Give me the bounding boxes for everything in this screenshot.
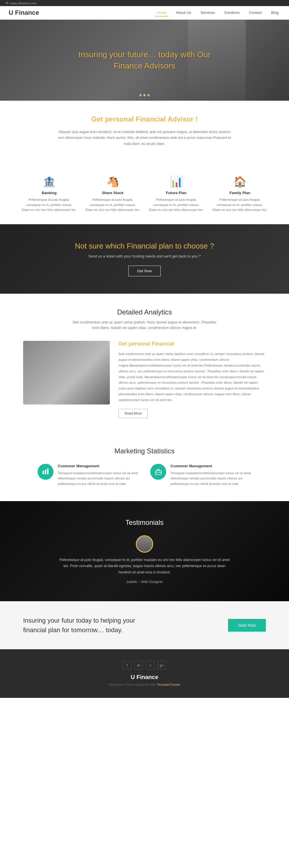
cta-bottom-heading: Insuring your futur today to helping you… xyxy=(23,616,145,635)
feature-futureplan-body: Pellentesque at justo feugiat, consequat… xyxy=(149,197,204,213)
feature-familyplan: 🏠 Family Plan Pellentesque at justo feug… xyxy=(208,176,272,213)
marketing-item-2-text: Customer Management Tornsquet mastaiaorn… xyxy=(171,464,251,487)
feature-futureplan-title: Future Plan xyxy=(149,191,204,195)
start-now-button[interactable]: Start Now xyxy=(228,619,266,631)
feature-banking-title: Banking xyxy=(22,191,77,195)
logo-name: Finance xyxy=(13,9,39,16)
feature-familyplan-title: Family Plan xyxy=(212,191,267,195)
cta-banner-section: Not sure which Financial plan to choose … xyxy=(0,224,289,294)
footer-copy-link[interactable]: TemplateToaster xyxy=(157,683,180,686)
footer-copy-designed: Designed With xyxy=(136,683,157,686)
nav-home[interactable]: Home xyxy=(155,9,169,17)
analytics-image xyxy=(23,341,110,404)
hero-dot-3[interactable] xyxy=(147,94,150,96)
analytics-subtitle: Sed condimentum ante ac quam varius pret… xyxy=(72,320,217,331)
marketing-item-2-body: Tornsquet mastaiaorncrefelulamcorper luc… xyxy=(171,470,251,487)
feature-sharestock: 🐴 Share Stock Pellentesque at justo feug… xyxy=(81,176,145,213)
testimonial-author-role: – Web Designer xyxy=(138,580,163,584)
footer-logo-name: Finance xyxy=(135,674,158,680)
analytics-image-overlay xyxy=(23,341,110,404)
cta-bottom-text: Insuring your futur today to helping you… xyxy=(23,616,145,635)
nav-blog[interactable]: Blog xyxy=(269,9,280,17)
advisor-heading-end: Advisor ! xyxy=(168,115,198,123)
cta-bottom-section: Insuring your futur today to helping you… xyxy=(0,601,289,649)
features-section: 🏦 Banking Pellentesque at justo feugiat,… xyxy=(0,170,289,224)
feature-banking: 🏦 Banking Pellentesque at justo feugiat,… xyxy=(17,176,81,213)
marketing-item-1-title: Customer Management xyxy=(58,464,139,468)
feature-familyplan-body: Pellentesque at justo feugiat, consequat… xyxy=(212,197,267,213)
advisor-heading-highlight: Financial xyxy=(136,115,166,123)
marketing-item-1: Customer Management Tornsquet mastaiaorn… xyxy=(38,464,139,487)
analytics-content-heading: Get personal Financial xyxy=(118,341,266,347)
hero-dot-1[interactable] xyxy=(139,94,142,96)
cta-banner-heading: Not sure which Financial plan to choose … xyxy=(11,242,278,251)
advisor-heading: Get personal Financial Advisor ! xyxy=(23,115,266,123)
social-linkedin[interactable]: in xyxy=(134,661,143,670)
footer-logo-u: U xyxy=(131,674,135,680)
briefcase-icon xyxy=(150,464,166,480)
cta-banner-heading-highlight: Financial xyxy=(127,242,157,250)
analytics-content-body: Sed condimentum ante ac quam varius dapi… xyxy=(118,351,266,403)
nav-services[interactable]: Services xyxy=(199,9,217,17)
analytics-content-heading-plain: Get personal xyxy=(118,341,152,347)
advisor-section: Get personal Financial Advisor ! Aliquam… xyxy=(0,101,289,170)
header: U Finance Home About Us Services Solutio… xyxy=(0,6,289,20)
testimonials-section: Testimonials Pellentesque at justo feugi… xyxy=(0,501,289,601)
top-bar: ✉ www.ufinance.com xyxy=(0,0,289,6)
analytics-text-block: Get personal Financial Sed condimentum a… xyxy=(118,341,266,418)
marketing-item-1-text: Customer Management Tornsquet mastaiaorn… xyxy=(58,464,139,487)
footer-copyright: Wordpress Theme Designed With TemplateTo… xyxy=(23,683,266,686)
email-icon: ✉ xyxy=(6,1,8,5)
marketing-item-1-body: Tornsquet mastaiaorncrefelulamcorper luc… xyxy=(58,470,139,487)
cta-banner-subtext: Send us a ticket with your hosting needs… xyxy=(11,254,278,258)
footer-logo: U Finance xyxy=(23,674,266,681)
hero-dot-2[interactable] xyxy=(143,94,146,96)
hero-content: Insuring your future… today with Our Fin… xyxy=(78,49,211,71)
get-now-button[interactable]: Get Now xyxy=(128,266,161,276)
svg-rect-2 xyxy=(47,468,48,474)
sharestock-icon: 🐴 xyxy=(85,176,140,188)
social-twitter[interactable]: t xyxy=(146,661,155,670)
testimonial-body: Pellentesque at justo feugiat, consequat… xyxy=(58,557,231,576)
analytics-section: Detailed Analytics Sed condimentum ante … xyxy=(0,294,289,433)
svg-rect-1 xyxy=(45,470,46,474)
testimonials-title: Testimonials xyxy=(23,519,266,527)
cta-banner-heading-plain: Not sure which xyxy=(75,242,127,250)
social-googleplus[interactable]: g+ xyxy=(157,661,166,670)
social-facebook[interactable]: f xyxy=(123,661,132,670)
barchart-icon xyxy=(38,464,53,480)
analytics-content-heading-highlight: Financial xyxy=(152,341,174,347)
logo[interactable]: U Finance xyxy=(9,9,39,17)
hero-heading-line2: Advisors xyxy=(142,61,175,70)
feature-banking-body: Pellentesque at justo feugiat, consequat… xyxy=(22,197,77,213)
email-address: www.ufinance.com xyxy=(10,1,37,5)
marketing-section: Marketing Statistics Customer Management… xyxy=(0,433,289,501)
marketing-item-2-title: Customer Management xyxy=(171,464,251,468)
read-more-button[interactable]: Read More xyxy=(118,409,148,418)
feature-futureplan: 📊 Future Plan Pellentesque at justo feug… xyxy=(145,176,208,213)
hero-heading-line1: Insuring your future… today with Our xyxy=(78,50,211,59)
banking-icon: 🏦 xyxy=(22,176,77,188)
hero-section: Insuring your future… today with Our Fin… xyxy=(0,20,289,101)
logo-u: U xyxy=(9,9,13,16)
testimonial-avatar-inner xyxy=(137,536,152,552)
futureplan-icon: 📊 xyxy=(149,176,204,188)
footer-social: f in t g+ xyxy=(23,661,266,670)
testimonial-author-name: Juliette xyxy=(126,580,137,584)
familyplan-icon: 🏠 xyxy=(212,176,267,188)
marketing-title: Marketing Statistics xyxy=(23,447,266,455)
feature-sharestock-body: Pellentesque at justo feugiat, consequat… xyxy=(85,197,140,213)
analytics-content: Get personal Financial Sed condimentum a… xyxy=(23,341,266,418)
svg-rect-0 xyxy=(42,471,44,474)
nav-solutions[interactable]: Solutions xyxy=(222,9,241,17)
advisor-heading-plain: Get personal xyxy=(91,115,136,123)
nav-contact[interactable]: Contact xyxy=(247,9,263,17)
feature-sharestock-title: Share Stock xyxy=(85,191,140,195)
marketing-item-2: Customer Management Tornsquet mastaiaorn… xyxy=(150,464,251,487)
cta-banner-heading-end: plan to choose ? xyxy=(159,242,214,250)
hero-heading-highlight: Finance xyxy=(114,61,142,70)
hero-carousel-dots xyxy=(139,94,150,96)
marketing-grid: Customer Management Tornsquet mastaiaorn… xyxy=(23,464,266,487)
nav-about[interactable]: About Us xyxy=(174,9,193,17)
footer: f in t g+ U Finance Wordpress Theme Desi… xyxy=(0,649,289,698)
